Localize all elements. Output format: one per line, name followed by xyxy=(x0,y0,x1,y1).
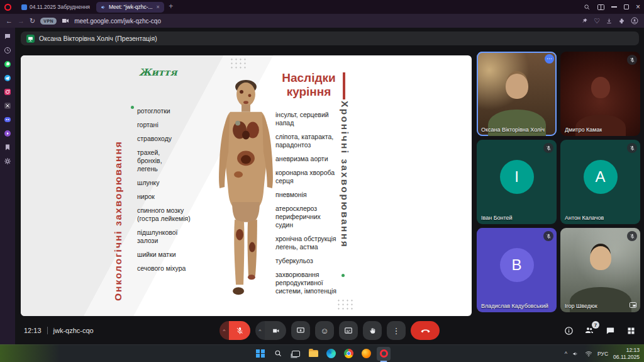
new-tab-button[interactable]: + xyxy=(166,2,176,12)
reactions-button[interactable]: ☺ xyxy=(315,321,334,340)
url-text[interactable]: meet.google.com/jwk-qzhc-cqo xyxy=(74,18,161,25)
list-item: інсульт, серцевий напад xyxy=(275,111,338,127)
dot-grid-decoration xyxy=(230,57,247,69)
more-options-button[interactable]: ⋮ xyxy=(387,321,406,340)
tab-title: 04.11.2025 Забруднення xyxy=(30,4,90,10)
tray-date: 06.11.2025 xyxy=(613,354,640,361)
tile-more-menu-icon[interactable]: ⋯ xyxy=(545,54,554,64)
task-view-icon[interactable] xyxy=(289,347,303,361)
speaker-icon[interactable] xyxy=(572,350,580,358)
opera-logo-icon[interactable] xyxy=(4,4,11,11)
network-icon[interactable] xyxy=(585,350,592,358)
present-screen-button[interactable] xyxy=(291,321,310,340)
x-twitter-icon[interactable] xyxy=(4,101,12,110)
firefox-icon[interactable] xyxy=(359,347,373,361)
tray-chevron-icon[interactable]: ^ xyxy=(565,351,567,357)
toolbar-extensions: ♡ xyxy=(582,17,638,25)
participant-name: Владислав Кадубовський xyxy=(481,303,548,309)
picture-in-picture-icon[interactable] xyxy=(629,301,637,309)
browser-window: 04.11.2025 Забруднення Meet: "jwk-qzhc-.… xyxy=(0,0,644,362)
initial-avatar: А xyxy=(584,160,618,194)
title-accent-bar xyxy=(343,72,345,99)
camera-permission-icon[interactable] xyxy=(62,18,69,24)
list-item: атеросклероз периферичних судин xyxy=(275,205,338,229)
participant-tile-igor[interactable]: Ігор Шведюк xyxy=(560,228,640,312)
mic-options-chevron-icon[interactable]: ^ xyxy=(219,321,229,340)
list-item: гортані xyxy=(137,121,195,129)
telegram-icon[interactable] xyxy=(4,74,12,82)
raise-hand-button[interactable] xyxy=(363,321,382,340)
whatsapp-icon[interactable] xyxy=(4,60,12,68)
presenter-name: Оксана Вікторівна Холіч (Презентація) xyxy=(39,35,157,42)
forward-icon[interactable]: → xyxy=(18,18,25,25)
participant-tile-oksana[interactable]: ⋯ Оксана Вікторівна Холіч xyxy=(477,52,557,136)
pin-icon[interactable] xyxy=(582,18,588,24)
activities-icon[interactable] xyxy=(625,325,636,336)
heart-icon[interactable]: ♡ xyxy=(594,17,600,25)
meeting-code: jwk-qzhc-cqo xyxy=(53,327,94,334)
meeting-info: 12:13 jwk-qzhc-cqo xyxy=(24,327,94,334)
participant-tile-dmytro[interactable]: Дмитро Камак xyxy=(560,52,640,136)
participant-name: Іван Бонтей xyxy=(481,215,513,221)
end-call-button[interactable] xyxy=(411,321,440,340)
file-explorer-icon[interactable] xyxy=(306,347,320,361)
vpn-badge[interactable]: VPN xyxy=(40,18,57,25)
chrome-icon[interactable] xyxy=(341,347,355,361)
opera-taskbar-icon[interactable] xyxy=(377,347,391,361)
taskbar-apps xyxy=(253,347,391,361)
people-panel-icon[interactable]: 7 xyxy=(584,325,595,336)
oncology-list: ротоглотки гортані стравоходу трахей, бр… xyxy=(137,107,195,273)
extensions-icon[interactable] xyxy=(618,18,625,25)
reload-icon[interactable]: ↻ xyxy=(30,18,35,25)
list-item: коронарна хвороба серця xyxy=(275,169,338,185)
minimize-button[interactable] xyxy=(611,6,617,8)
meeting-clock: 12:13 xyxy=(24,327,42,334)
start-button[interactable] xyxy=(253,347,267,361)
bookmarks-icon[interactable] xyxy=(4,143,12,151)
camera-button[interactable] xyxy=(265,321,286,340)
participant-tile-anton[interactable]: А Антон Калачов xyxy=(560,140,640,224)
tab-tiling-icon[interactable] xyxy=(597,4,604,10)
tab-presentation[interactable]: 04.11.2025 Забруднення xyxy=(17,2,94,13)
chat-bubble-icon[interactable] xyxy=(4,32,12,40)
green-dot-decoration xyxy=(131,106,134,109)
maximize-button[interactable] xyxy=(624,4,629,9)
language-indicator[interactable]: РУС xyxy=(597,351,608,357)
settings-gear-icon[interactable] xyxy=(4,157,12,165)
mic-mute-button[interactable] xyxy=(229,321,250,340)
chat-panel-icon[interactable] xyxy=(604,325,616,336)
participant-tile-vladyslav[interactable]: В Владислав Кадубовський xyxy=(477,228,557,312)
left-rotated-heading: Онкологічні захворювання xyxy=(113,101,124,301)
person-video xyxy=(590,246,611,270)
back-icon[interactable]: ← xyxy=(6,18,13,25)
captions-button[interactable] xyxy=(339,321,358,340)
list-item: сечового міхура xyxy=(137,264,195,273)
tab-title: Meet: "jwk-qzhc-... xyxy=(109,4,153,10)
discord-icon[interactable] xyxy=(4,115,12,123)
person-video xyxy=(591,77,610,98)
tab-favicon xyxy=(21,4,27,10)
slide-logo: Життя xyxy=(139,67,177,78)
close-window-button[interactable]: × xyxy=(636,3,640,11)
mic-muted-icon xyxy=(627,231,637,241)
history-icon[interactable] xyxy=(4,46,12,54)
meeting-details-icon[interactable] xyxy=(563,325,574,336)
participant-tile-ivan[interactable]: І Іван Бонтей xyxy=(477,140,557,224)
download-icon[interactable] xyxy=(606,18,613,25)
edge-icon[interactable] xyxy=(324,347,338,361)
taskbar-clock[interactable]: 12:13 06.11.2025 xyxy=(613,347,640,360)
camera-options-chevron-icon[interactable]: ^ xyxy=(255,321,265,340)
browser-address-bar: ← → ↻ VPN meet.google.com/jwk-qzhc-cqo ♡ xyxy=(0,14,644,28)
windows-taskbar: ^ РУС 12:13 06.11.2025 xyxy=(0,344,644,362)
list-item: підшлункової залози xyxy=(137,229,195,245)
taskbar-search-icon[interactable] xyxy=(271,347,285,361)
presentation-banner[interactable]: Оксана Вікторівна Холіч (Презентація) xyxy=(21,31,639,45)
search-icon[interactable] xyxy=(584,4,591,11)
profile-icon[interactable] xyxy=(631,17,638,25)
instagram-icon[interactable] xyxy=(4,88,12,96)
tab-meet[interactable]: Meet: "jwk-qzhc-... × xyxy=(96,2,164,13)
player-icon[interactable] xyxy=(4,129,12,137)
presentation-icon xyxy=(26,35,35,43)
tab-close-icon[interactable]: × xyxy=(157,4,160,10)
participant-name: Оксана Вікторівна Холіч xyxy=(481,127,545,133)
